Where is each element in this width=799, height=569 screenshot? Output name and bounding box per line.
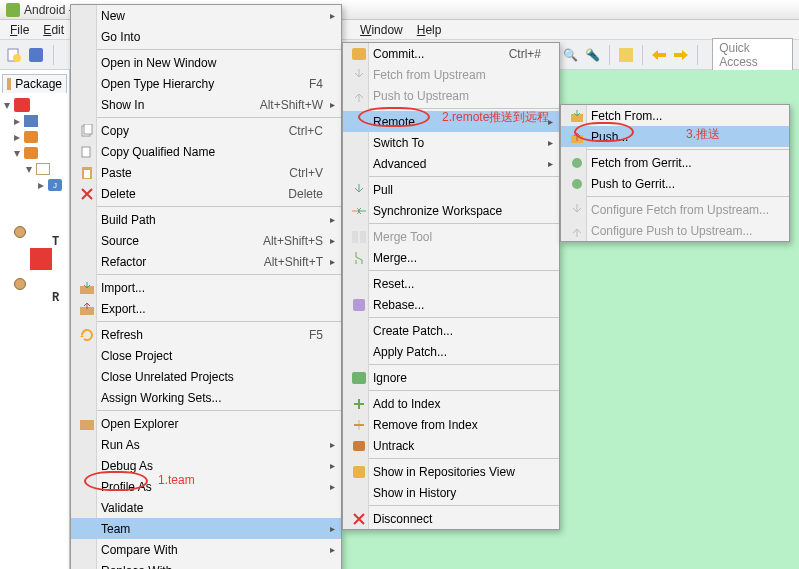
menu-open-explorer[interactable]: Open Explorer (71, 413, 341, 434)
menu-sync-workspace[interactable]: Synchronize Workspace (343, 200, 559, 221)
separator (642, 45, 643, 65)
tree[interactable]: ▾ ▸ ▸ ▾ ▾ ▸J (2, 97, 67, 193)
menu-replace-with[interactable]: Replace With (71, 560, 341, 569)
package-explorer: Package ▾ ▸ ▸ ▾ ▾ ▸J (0, 70, 70, 569)
menu-assign-working-sets[interactable]: Assign Working Sets... (71, 387, 341, 408)
menu-show-repo-view[interactable]: Show in Repositories View (343, 461, 559, 482)
menu-configure-push: Configure Push to Upstream... (561, 220, 789, 241)
menu-close-unrelated[interactable]: Close Unrelated Projects (71, 366, 341, 387)
separator (697, 45, 698, 65)
commit-icon (349, 48, 369, 60)
new-dropdown-button[interactable] (6, 46, 22, 64)
menu-go-into[interactable]: Go Into (71, 26, 341, 47)
repo-icon (349, 466, 369, 478)
menu-file[interactable]: FFileile (4, 21, 35, 39)
menu-refresh[interactable]: RefreshF5 (71, 324, 341, 345)
svg-rect-30 (353, 466, 365, 478)
export-icon (77, 303, 97, 315)
open-type-button[interactable]: 🔍 (562, 46, 578, 64)
menu-push-gerrit[interactable]: Push to Gerrit... (561, 173, 789, 194)
menu-switch-to[interactable]: Switch To (343, 132, 559, 153)
menu-close-project[interactable]: Close Project (71, 345, 341, 366)
forward-button[interactable] (673, 46, 689, 64)
import-icon (77, 282, 97, 294)
package-explorer-tab[interactable]: Package (2, 74, 67, 93)
menu-delete[interactable]: DeleteDelete (71, 183, 341, 204)
menu-show-history[interactable]: Show in History (343, 482, 559, 503)
menu-debug-as[interactable]: Debug As (71, 455, 341, 476)
svg-point-2 (13, 54, 21, 62)
menu-source[interactable]: SourceAlt+Shift+S (71, 230, 341, 251)
plus-icon (349, 399, 369, 409)
menu-configure-fetch: Configure Fetch from Upstream... (561, 199, 789, 220)
menu-remote[interactable]: Remote (343, 111, 559, 132)
menu-push[interactable]: Push... (561, 126, 789, 147)
menu-show-in[interactable]: Show InAlt+Shift+W (71, 94, 341, 115)
red-block (30, 248, 52, 270)
search-button[interactable]: 🔦 (584, 46, 600, 64)
fetch-icon (349, 69, 369, 81)
src-folder-icon (24, 147, 38, 159)
menu-import[interactable]: Import... (71, 277, 341, 298)
menu-open-type-hierarchy[interactable]: Open Type HierarchyF4 (71, 73, 341, 94)
menu-merge[interactable]: Merge... (343, 247, 559, 268)
dot-icon (14, 226, 26, 238)
svg-rect-15 (7, 78, 11, 82)
menu-profile-as[interactable]: Profile As (71, 476, 341, 497)
quick-access[interactable]: Quick Access (712, 38, 793, 72)
context-menu-team: Commit...Ctrl+# Fetch from Upstream Push… (342, 42, 560, 530)
menu-new[interactable]: New (71, 5, 341, 26)
menu-create-patch[interactable]: Create Patch... (343, 320, 559, 341)
menu-merge-tool: Merge Tool (343, 226, 559, 247)
menu-untrack[interactable]: Untrack (343, 435, 559, 456)
letter-t: T (52, 235, 59, 249)
svg-rect-20 (84, 170, 90, 178)
menu-run-as[interactable]: Run As (71, 434, 341, 455)
push-icon (349, 90, 369, 102)
menu-pull[interactable]: Pull (343, 179, 559, 200)
save-button[interactable] (28, 46, 44, 64)
menu-ignore[interactable]: Ignore (343, 367, 559, 388)
menu-compare-with[interactable]: Compare With (71, 539, 341, 560)
menu-add-to-index[interactable]: Add to Index (343, 393, 559, 414)
menu-rebase[interactable]: Rebase... (343, 294, 559, 315)
menu-advanced[interactable]: Advanced (343, 153, 559, 174)
menu-fetch-from[interactable]: Fetch From... (561, 105, 789, 126)
folder-icon (77, 418, 97, 430)
menu-validate[interactable]: Validate (71, 497, 341, 518)
back-button[interactable] (651, 46, 667, 64)
separator (609, 45, 610, 65)
svg-rect-28 (352, 372, 366, 384)
menu-paste[interactable]: PasteCtrl+V (71, 162, 341, 183)
toggle-button[interactable] (618, 46, 634, 64)
menu-fetch-gerrit[interactable]: Fetch from Gerrit... (561, 152, 789, 173)
menu-copy-qualified[interactable]: Copy Qualified Name (71, 141, 341, 162)
svg-rect-3 (29, 48, 43, 62)
package-icon (7, 78, 11, 90)
menu-edit[interactable]: Edit (37, 21, 70, 39)
fetch-icon (567, 110, 587, 122)
menu-reset[interactable]: Reset... (343, 273, 559, 294)
menu-team[interactable]: Team (71, 518, 341, 539)
menu-remove-from-index[interactable]: Remove from Index (343, 414, 559, 435)
svg-rect-27 (353, 299, 365, 311)
menu-copy[interactable]: CopyCtrl+C (71, 120, 341, 141)
menu-help[interactable]: Help (411, 21, 448, 39)
fetch-config-icon (567, 204, 587, 216)
menu-open-new-window[interactable]: Open in New Window (71, 52, 341, 73)
menu-commit[interactable]: Commit...Ctrl+# (343, 43, 559, 64)
menu-export[interactable]: Export... (71, 298, 341, 319)
push-config-icon (567, 225, 587, 237)
menu-window[interactable]: Window (354, 21, 409, 39)
menu-apply-patch[interactable]: Apply Patch... (343, 341, 559, 362)
paste-icon (77, 166, 97, 180)
folder-icon (24, 131, 38, 143)
android-lib-icon (24, 115, 38, 127)
svg-rect-29 (353, 441, 365, 451)
menu-refactor[interactable]: RefactorAlt+Shift+T (71, 251, 341, 272)
menu-disconnect[interactable]: Disconnect (343, 508, 559, 529)
menu-build-path[interactable]: Build Path (71, 209, 341, 230)
menu-push-upstream: Push to Upstream (343, 85, 559, 106)
context-menu-main: New Go Into Open in New Window Open Type… (70, 4, 342, 569)
gerrit-push-icon (567, 178, 587, 190)
